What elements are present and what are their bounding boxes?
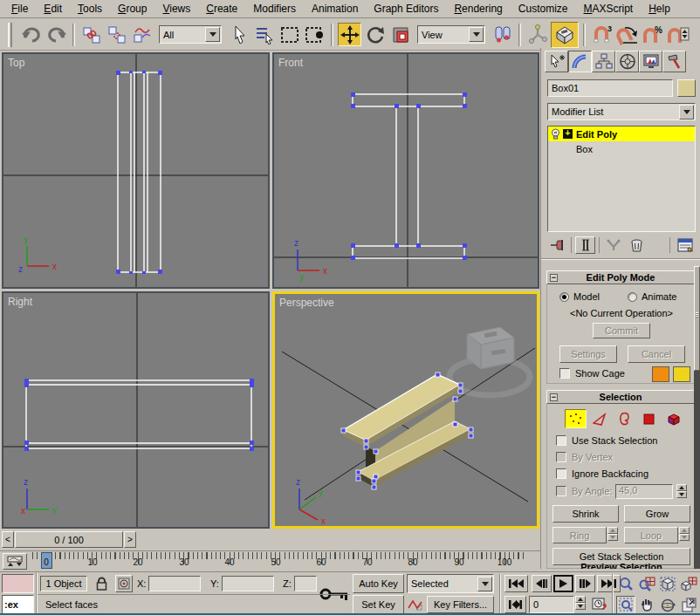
stack-item-edit-poly[interactable]: + Edit Poly <box>548 126 695 141</box>
next-frame-button[interactable] <box>575 575 595 592</box>
vertex-subobject-button[interactable] <box>565 409 587 428</box>
grow-button[interactable]: Grow <box>624 505 690 523</box>
show-cage-checkbox[interactable]: Show Cage <box>559 368 625 379</box>
menu-create[interactable]: Create <box>198 0 245 17</box>
menu-rendering[interactable]: Rendering <box>446 0 510 17</box>
cage-color-swatch-1[interactable] <box>652 366 669 382</box>
go-to-start-button[interactable] <box>504 575 528 592</box>
model-radio[interactable]: Model <box>559 291 600 302</box>
time-configuration-button[interactable] <box>590 596 609 613</box>
select-object-button[interactable] <box>227 23 250 46</box>
window-crossing-toggle-button[interactable] <box>303 23 326 46</box>
tab-hierarchy[interactable] <box>592 51 615 72</box>
menu-animation[interactable]: Animation <box>304 0 366 17</box>
selection-filter-dropdown[interactable]: All <box>159 25 222 44</box>
cage-color-swatch-2[interactable] <box>673 366 690 382</box>
polygon-subobject-button[interactable] <box>638 409 660 428</box>
key-filters-button[interactable]: Key Filters... <box>427 596 494 613</box>
rollout-preview-selection-clipped[interactable]: Preview Selection <box>552 562 691 569</box>
show-end-result-button[interactable] <box>575 236 595 254</box>
current-frame-field[interactable]: 0 <box>529 596 574 613</box>
maximize-viewport-toggle-button[interactable] <box>679 596 698 614</box>
animate-radio[interactable]: Animate <box>628 291 676 302</box>
rollout-selection-header[interactable]: − Selection <box>546 390 695 404</box>
zoom-extents-button[interactable] <box>658 575 677 593</box>
ring-button[interactable]: Ring <box>552 527 607 543</box>
tab-utilities[interactable] <box>662 51 686 72</box>
key-mode-toggle-button[interactable] <box>504 596 526 613</box>
by-angle-field[interactable]: 45,0 <box>615 484 673 499</box>
expand-subobjects-icon[interactable]: + <box>563 129 573 139</box>
select-and-scale-button[interactable] <box>388 23 412 46</box>
viewport-right[interactable]: Right z y x <box>2 291 270 529</box>
border-subobject-button[interactable] <box>614 409 635 428</box>
pan-view-button[interactable] <box>637 596 656 614</box>
edge-subobject-button[interactable] <box>589 409 611 428</box>
menu-maxscript[interactable]: MAXScript <box>575 0 641 17</box>
modifier-enabled-bulb-icon[interactable] <box>550 128 561 140</box>
time-slider-handle[interactable]: 0 / 100 <box>15 531 123 548</box>
tab-display[interactable] <box>639 51 662 72</box>
select-and-link-button[interactable] <box>79 23 103 46</box>
menu-customize[interactable]: Customize <box>511 0 576 17</box>
undo-button[interactable] <box>19 23 43 46</box>
by-angle-spinner[interactable] <box>676 484 687 498</box>
ignore-backfacing-checkbox[interactable]: Ignore Backfacing <box>556 468 649 479</box>
tab-modify[interactable] <box>568 51 592 72</box>
modifier-list-dropdown[interactable]: Modifier List <box>547 103 696 120</box>
tab-motion[interactable] <box>615 51 639 72</box>
viewport-front[interactable]: Front z x y <box>272 52 539 289</box>
absolute-mode-transform-toggle[interactable] <box>115 575 133 592</box>
make-unique-button[interactable] <box>603 236 623 254</box>
maxscript-listener-macro-pane[interactable] <box>2 574 34 593</box>
menu-graph-editors[interactable]: Graph Editors <box>366 0 446 17</box>
dropdown-arrow-icon[interactable] <box>469 27 484 42</box>
radio-icon[interactable] <box>559 292 569 302</box>
viewport-top[interactable]: Top y x z <box>2 52 270 289</box>
select-and-rotate-button[interactable] <box>363 23 387 46</box>
shrink-button[interactable]: Shrink <box>552 505 619 523</box>
loop-spinner[interactable] <box>679 527 690 541</box>
unlink-selection-button[interactable] <box>105 23 128 46</box>
frame-spinner[interactable] <box>575 596 586 610</box>
select-and-move-button[interactable] <box>338 23 361 46</box>
open-mini-curve-editor-button[interactable] <box>3 553 27 570</box>
scrollbar-thumb[interactable] <box>694 266 700 371</box>
modifier-stack-list[interactable]: + Edit Poly Box <box>547 126 696 232</box>
time-slider-prev-button[interactable]: < <box>2 531 14 548</box>
angle-snap-button[interactable] <box>615 23 639 46</box>
checkbox-icon[interactable] <box>556 435 566 446</box>
rectangular-selection-region-button[interactable] <box>278 23 301 46</box>
checkbox-icon[interactable] <box>559 368 570 379</box>
menu-group[interactable]: Group <box>110 0 154 17</box>
dropdown-arrow-icon[interactable] <box>477 577 492 591</box>
menu-tools[interactable]: Tools <box>70 0 110 17</box>
collapse-icon[interactable]: − <box>550 274 558 282</box>
zoom-all-button[interactable] <box>637 575 656 593</box>
select-and-manipulate-button[interactable] <box>525 23 549 46</box>
by-vertex-checkbox[interactable]: By Vertex <box>556 452 613 462</box>
region-zoom-button[interactable] <box>616 596 635 614</box>
select-by-name-button[interactable] <box>252 23 276 46</box>
collapse-icon[interactable]: − <box>550 393 558 401</box>
ring-spinner[interactable] <box>607 527 618 541</box>
zoom-extents-all-button[interactable] <box>679 575 698 593</box>
menu-modifiers[interactable]: Modifiers <box>245 0 304 17</box>
zoom-button[interactable] <box>616 575 635 593</box>
z-coord-field[interactable] <box>294 576 317 591</box>
cancel-button[interactable]: Cancel <box>628 345 685 363</box>
toolbar-drag-handle[interactable] <box>8 23 12 47</box>
percent-snap-button[interactable]: % <box>641 23 664 46</box>
redo-button[interactable] <box>45 23 68 46</box>
selection-lock-toggle[interactable] <box>93 575 110 592</box>
tab-create[interactable] <box>545 51 568 72</box>
pin-stack-button[interactable] <box>547 236 567 254</box>
snaps-toggle-button[interactable] <box>551 22 579 48</box>
use-stack-selection-checkbox[interactable]: Use Stack Selection <box>556 435 657 446</box>
x-coord-field[interactable] <box>148 576 201 591</box>
remove-modifier-button[interactable] <box>627 236 647 254</box>
auto-key-button[interactable]: Auto Key <box>353 574 404 593</box>
command-panel-scrollbar[interactable] <box>694 266 700 569</box>
stack-item-box[interactable]: Box <box>548 141 695 156</box>
dropdown-arrow-icon[interactable] <box>205 27 220 42</box>
